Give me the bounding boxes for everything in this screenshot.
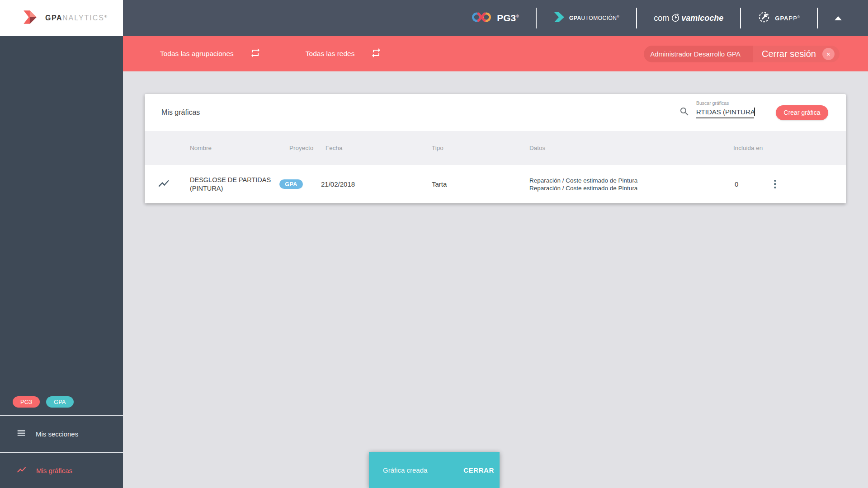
search-field-label: Buscar gráficas (696, 100, 729, 106)
logout-label: Cerrar sesión (762, 49, 816, 59)
sidebar-item-mis-secciones[interactable]: Mis secciones (0, 415, 123, 452)
pg3-infinity-icon (472, 10, 492, 26)
create-chart-button[interactable]: Crear gráfica (776, 105, 828, 120)
gpanalytics-logo-text: GPANALYTICS® (45, 14, 108, 22)
topbar: PG3® GPAUTOMOCIÓN® com vamicoche GP (123, 0, 868, 36)
col-header-proyecto: Proyecto (279, 145, 321, 151)
divider (536, 8, 537, 28)
project-cell: GPA (279, 179, 321, 189)
comprovamicoche-logo[interactable]: com vamicoche (654, 13, 723, 23)
snackbar: Gráfica creada CERRAR (369, 452, 500, 488)
divider (740, 8, 741, 28)
logout-button[interactable]: Cerrar sesión × (753, 46, 840, 62)
main-content: Mis gráficas Buscar gráficas Crear gráfi… (123, 71, 868, 488)
card-header: Mis gráficas Buscar gráficas Crear gráfi… (145, 94, 846, 131)
charts-card: Mis gráficas Buscar gráficas Crear gráfi… (145, 94, 846, 203)
col-header-fecha: Fecha (321, 145, 432, 151)
app-logo: GPANALYTICS® (0, 0, 123, 36)
line-chart-icon (16, 465, 27, 477)
current-user-label: Administrador Desarrollo GPA (644, 46, 753, 62)
search-icon[interactable] (679, 106, 690, 119)
sidebar: GPANALYTICS® PG3 GPA Mis secciones Mis g… (0, 0, 123, 488)
collapse-up-icon[interactable] (835, 16, 842, 20)
groupings-filter-label: Todas las agrupaciones (160, 50, 234, 58)
swap-networks-icon[interactable] (371, 47, 382, 60)
table-header: Nombre Proyecto Fecha Tipo Datos Incluid… (145, 131, 846, 165)
sidebar-item-label: Mis gráficas (36, 467, 72, 474)
col-header-tipo: Tipo (432, 145, 529, 151)
badge-pg3[interactable]: PG3 (13, 396, 40, 408)
stopwatch-icon (669, 13, 681, 23)
page-title: Mis gráficas (161, 108, 200, 117)
sidebar-badges: PG3 GPA (13, 396, 74, 408)
pg3-label: PG3® (497, 13, 519, 23)
row-menu-kebab-icon[interactable] (773, 180, 782, 189)
search-area: Buscar gráficas Crear gráfica (679, 105, 828, 120)
chart-data-sources: Reparación / Coste estimado de Pintura R… (529, 177, 732, 192)
project-badge: GPA (279, 179, 303, 189)
gpautomocion-arrow-icon (553, 11, 565, 25)
chart-type: Tarta (432, 180, 529, 188)
gpanalytics-logo-icon (22, 9, 39, 27)
gpapp-label: GPAPP® (775, 15, 800, 22)
sidebar-item-label: Mis secciones (36, 430, 78, 438)
gpapp-logo[interactable]: GPAPP® (758, 11, 800, 25)
gpautomocion-logo[interactable]: GPAUTOMOCIÓN® (553, 11, 619, 25)
comprova-label-right: vamicoche (681, 14, 723, 23)
table-row[interactable]: DESGLOSE DE PARTIDAS (PINTURA) GPA 21/02… (145, 165, 846, 203)
swap-groupings-icon[interactable] (250, 47, 261, 60)
col-header-datos: Datos (529, 145, 732, 151)
filter-bar: Todas las agrupaciones Todas las redes A… (123, 36, 868, 71)
networks-filter-label: Todas las redes (306, 50, 355, 58)
search-input[interactable] (696, 107, 754, 118)
search-field: Buscar gráficas (696, 107, 754, 118)
logout-close-icon[interactable]: × (822, 48, 835, 60)
pg3-logo[interactable]: PG3® (472, 10, 519, 26)
snackbar-close-button[interactable]: CERRAR (463, 466, 494, 474)
col-header-incluida-en: Incluida en (732, 145, 773, 151)
session-chip: Administrador Desarrollo GPA Cerrar sesi… (644, 46, 840, 62)
gpapp-wrench-icon (758, 11, 770, 25)
chart-date: 21/02/2018 (321, 180, 432, 188)
chart-name: DESGLOSE DE PARTIDAS (PINTURA) (190, 176, 271, 193)
text-caret (754, 108, 755, 116)
col-header-nombre: Nombre (190, 145, 279, 151)
included-in-count: 0 (732, 180, 773, 188)
chart-type-icon (145, 177, 190, 192)
divider (636, 8, 637, 28)
data-source-line: Reparación / Coste estimado de Pintura (529, 177, 637, 184)
gpautomocion-label: GPAUTOMOCIÓN® (569, 15, 619, 21)
sidebar-item-mis-graficas[interactable]: Mis gráficas (0, 452, 123, 488)
snackbar-message: Gráfica creada (383, 466, 427, 474)
divider (817, 8, 818, 28)
comprova-label-left: com (654, 14, 669, 23)
badge-gpa[interactable]: GPA (46, 396, 74, 408)
reorder-icon (16, 428, 26, 440)
data-source-line: Reparación / Coste estimado de Pintura (529, 185, 637, 192)
